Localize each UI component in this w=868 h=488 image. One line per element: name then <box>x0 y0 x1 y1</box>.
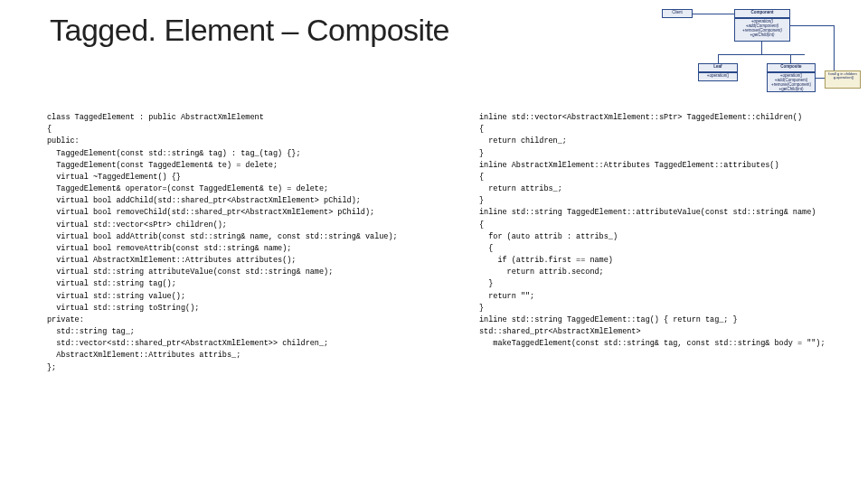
uml-line <box>790 25 834 26</box>
uml-client-box: Client <box>662 9 693 18</box>
uml-note: forall g in children g.operation() <box>825 70 861 89</box>
uml-line <box>718 54 805 55</box>
uml-component-body: +operation() +add(Component) +remove(Com… <box>734 18 790 42</box>
uml-line <box>761 42 762 54</box>
code-left: class TaggedElement : public AbstractXml… <box>47 112 445 374</box>
uml-component-box: Component <box>734 9 790 18</box>
slide-title: Tagged. Element – Composite <box>50 13 449 48</box>
uml-line <box>816 78 825 79</box>
uml-composite-body: +operation() +add(Component) +remove(Com… <box>767 72 816 92</box>
uml-diagram: Client Component +operation() +add(Compo… <box>647 7 855 98</box>
code-area: class TaggedElement : public AbstractXml… <box>47 112 843 374</box>
uml-line <box>790 54 791 63</box>
uml-leaf-box: Leaf <box>698 63 738 72</box>
uml-leaf-body: +operation() <box>698 72 738 81</box>
uml-composite-box: Composite <box>767 63 816 72</box>
code-right: inline std::vector<AbstractXmlElement::s… <box>479 112 843 374</box>
uml-line <box>834 25 835 70</box>
uml-line <box>693 14 734 14</box>
uml-line <box>718 54 719 63</box>
